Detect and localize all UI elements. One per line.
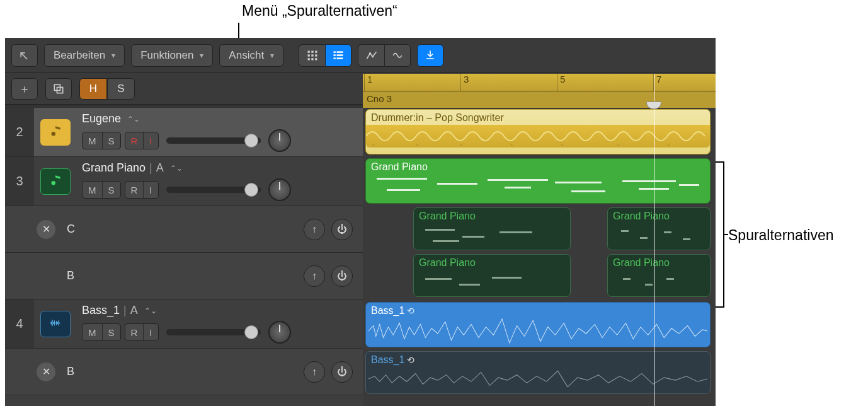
- region-piano-alt[interactable]: Grand Piano: [607, 207, 711, 250]
- duplicate-icon: [52, 83, 65, 95]
- catch-playhead-button[interactable]: [417, 44, 443, 67]
- chevron-down-icon: ▾: [270, 51, 274, 60]
- duplicate-track-button[interactable]: [45, 78, 72, 100]
- track-alternative-row[interactable]: ✕ C ↑ ⏻: [5, 206, 363, 253]
- functions-menu[interactable]: Funktionen▾: [131, 44, 213, 67]
- chevron-down-icon: ▾: [111, 51, 115, 60]
- pan-knob[interactable]: [268, 178, 291, 201]
- track-alternatives-menu[interactable]: Eugene ⌃⌄: [82, 112, 291, 125]
- pan-knob[interactable]: [268, 321, 291, 344]
- solo-button[interactable]: S: [103, 132, 120, 149]
- power-icon: ⏻: [337, 270, 347, 282]
- marker-ruler[interactable]: Cno 3: [363, 91, 716, 108]
- edit-menu[interactable]: Bearbeiten▾: [44, 44, 125, 67]
- input-button[interactable]: I: [144, 324, 157, 340]
- alternative-name: C: [67, 223, 304, 236]
- solo-header-button[interactable]: S: [107, 78, 135, 100]
- region-piano-alt[interactable]: Grand Piano: [413, 254, 571, 297]
- svg-rect-10: [337, 51, 343, 53]
- region-piano-alt[interactable]: Grand Piano: [607, 254, 711, 297]
- track-number: 3: [5, 157, 34, 206]
- record-input-group: R I: [125, 323, 159, 341]
- mute-button[interactable]: M: [83, 182, 103, 198]
- pan-knob[interactable]: [268, 129, 291, 152]
- region-label: Grand Piano: [613, 257, 670, 268]
- svg-line-25: [617, 144, 620, 146]
- back-button[interactable]: [11, 44, 38, 67]
- view-mode-group: [299, 44, 351, 67]
- functions-menu-label: Funktionen: [140, 49, 193, 62]
- volume-slider[interactable]: [166, 329, 261, 335]
- track-alternative-row[interactable]: ✕ B ↑ ⏻: [5, 349, 363, 395]
- solo-button[interactable]: S: [103, 182, 120, 198]
- svg-rect-14: [337, 57, 343, 59]
- automation-button[interactable]: [358, 44, 384, 67]
- power-alternative-button[interactable]: ⏻: [331, 265, 353, 287]
- list-icon: [332, 49, 345, 62]
- hide-button[interactable]: H: [79, 78, 107, 100]
- track-number: 4: [5, 299, 34, 348]
- region-piano-alt[interactable]: Grand Piano: [413, 207, 571, 250]
- power-alternative-button[interactable]: ⏻: [331, 219, 353, 240]
- track-alternatives-menu[interactable]: Bass_1 | A ⌃⌄: [82, 304, 291, 317]
- record-button[interactable]: R: [125, 182, 144, 198]
- svg-rect-0: [307, 50, 309, 52]
- bar-ruler[interactable]: 1 3 5 7: [363, 74, 716, 91]
- separator: |: [123, 304, 127, 317]
- region-drummer[interactable]: Drummer:in – Pop Songwriter: [365, 109, 711, 154]
- track-icon-instrument[interactable]: [40, 168, 71, 195]
- timeline-ruler[interactable]: 1 3 5 7 Cno 3: [363, 74, 716, 108]
- input-button[interactable]: I: [144, 132, 157, 149]
- track-alt-label: A: [156, 161, 164, 175]
- slider-thumb[interactable]: [244, 325, 258, 339]
- solo-button[interactable]: S: [103, 324, 120, 340]
- arrow-up-icon: ↑: [312, 270, 317, 282]
- flex-button[interactable]: [384, 44, 411, 67]
- svg-rect-13: [334, 57, 336, 59]
- volume-slider[interactable]: [166, 137, 261, 144]
- track-header[interactable]: 2 Eugene ⌃⌄ M S R: [5, 108, 363, 157]
- volume-slider[interactable]: [166, 187, 261, 193]
- record-button[interactable]: R: [125, 132, 144, 149]
- record-button[interactable]: R: [125, 324, 144, 340]
- close-alternatives-button[interactable]: ✕: [37, 220, 55, 239]
- promote-alternative-button[interactable]: ↑: [304, 265, 325, 287]
- add-track-button[interactable]: ＋: [11, 78, 38, 100]
- input-button[interactable]: I: [144, 182, 157, 198]
- mute-button[interactable]: M: [83, 132, 103, 149]
- svg-rect-5: [315, 54, 317, 56]
- midi-preview: [612, 224, 706, 247]
- promote-alternative-button[interactable]: ↑: [304, 361, 325, 383]
- bar-tick: 7: [653, 74, 661, 91]
- power-alternative-button[interactable]: ⏻: [331, 361, 353, 383]
- region-piano-main[interactable]: Grand Piano: [365, 158, 711, 204]
- track-icon-drummer[interactable]: [40, 119, 71, 146]
- mute-button[interactable]: M: [83, 324, 103, 340]
- record-input-group: R I: [125, 181, 159, 199]
- midi-preview: [418, 224, 566, 247]
- arrange-area[interactable]: Drummer:in – Pop Songwriter Grand Piano …: [363, 108, 716, 406]
- mute-solo-group: M S: [82, 132, 121, 149]
- track-alternatives-menu[interactable]: Grand Piano | A ⌃⌄: [82, 161, 291, 175]
- hide-solo-group: H S: [79, 78, 135, 100]
- automation-icon: [365, 49, 378, 62]
- track-alternative-row[interactable]: B ↑ ⏻: [5, 253, 363, 299]
- loop-icon: ⟲: [407, 306, 414, 316]
- track-header[interactable]: 4 Bass_1 | A ⌃⌄ M S: [5, 299, 363, 349]
- svg-rect-8: [315, 58, 317, 60]
- power-icon: ⏻: [337, 366, 347, 378]
- playhead-line[interactable]: [654, 74, 654, 406]
- arrow-up-icon: ↑: [312, 224, 317, 235]
- arrow-up-icon: ↑: [312, 366, 317, 378]
- region-bass-main[interactable]: Bass_1⟲: [365, 302, 711, 347]
- track-header[interactable]: 3 Grand Piano | A ⌃⌄ M S: [5, 157, 363, 206]
- promote-alternative-button[interactable]: ↑: [304, 219, 325, 240]
- list-view-button[interactable]: [325, 44, 351, 67]
- track-icon-audio[interactable]: [40, 311, 71, 337]
- region-bass-alt[interactable]: Bass_1⟲: [365, 351, 711, 394]
- view-menu[interactable]: Ansicht▾: [219, 44, 283, 67]
- slider-thumb[interactable]: [244, 134, 258, 148]
- close-alternatives-button[interactable]: ✕: [37, 362, 55, 381]
- grid-view-button[interactable]: [299, 44, 325, 67]
- slider-thumb[interactable]: [244, 183, 258, 197]
